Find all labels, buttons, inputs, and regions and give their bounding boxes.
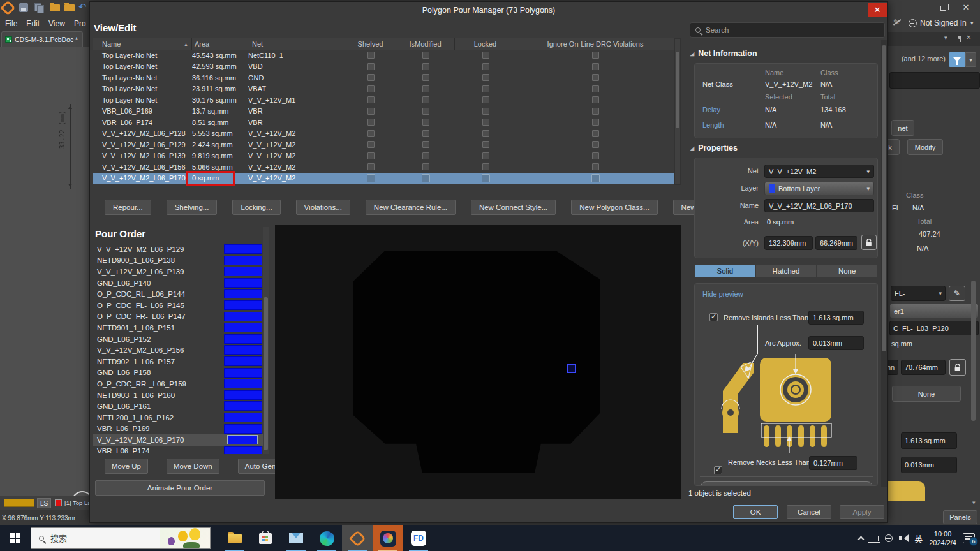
properties-header[interactable]: ◢ Properties xyxy=(690,143,738,152)
row-checkbox[interactable] xyxy=(482,119,489,126)
row-checkbox[interactable] xyxy=(422,141,429,148)
net-dropdown[interactable]: V_V_+12V_M2▾ xyxy=(764,165,874,178)
menu-project[interactable]: Pro xyxy=(74,19,86,28)
table-row[interactable]: Top Layer-No Net23.911 sq.mmVBAT xyxy=(93,84,674,95)
undo-icon[interactable]: ↶ xyxy=(78,2,87,11)
net-information-header[interactable]: ◢ Net Information xyxy=(690,49,757,58)
bg-layer-dropdown[interactable]: er1▾ xyxy=(889,304,979,318)
tab-solid[interactable]: Solid xyxy=(695,265,756,277)
bg-x-field-tail[interactable]: nn xyxy=(888,360,898,375)
copy-icon[interactable] xyxy=(34,3,43,12)
menu-edit[interactable]: Edit xyxy=(26,19,40,28)
filter-button[interactable] xyxy=(949,52,965,67)
row-checkbox[interactable] xyxy=(422,85,429,92)
bg-panel-scrollbar[interactable] xyxy=(971,281,976,421)
dialog-close-button[interactable]: ✕ xyxy=(868,3,887,17)
remove-necks-checkbox[interactable] xyxy=(714,466,722,474)
volume-muted-icon[interactable]: ✕ xyxy=(899,534,908,542)
open-project-icon[interactable] xyxy=(64,2,75,11)
pour-order-item[interactable]: O_P_CDC_RL-_L06_P144 xyxy=(93,288,263,300)
row-checkbox[interactable] xyxy=(592,152,599,159)
row-checkbox[interactable] xyxy=(482,163,489,170)
row-checkbox[interactable] xyxy=(368,130,375,137)
pour-order-item[interactable]: NETD901_1_L06_P151 xyxy=(93,322,263,334)
menu-view[interactable]: View xyxy=(48,19,65,28)
row-checkbox[interactable] xyxy=(482,130,489,137)
bg-arc-field[interactable]: 0.013mm xyxy=(901,457,957,473)
input-language[interactable]: 英 xyxy=(914,533,923,545)
pour-order-item[interactable]: V_V_+12V_M2_L06_P129 xyxy=(93,244,263,255)
minimize-icon[interactable]: – xyxy=(912,3,925,12)
row-checkbox[interactable] xyxy=(422,74,429,81)
scope-input[interactable] xyxy=(889,72,980,89)
delay-link[interactable]: Delay xyxy=(702,106,720,114)
row-checkbox[interactable] xyxy=(422,163,429,170)
top-layer-swatch[interactable] xyxy=(55,499,62,506)
pour-order-item[interactable]: O_P_CDC_FL-_L06_P145 xyxy=(93,300,263,311)
new-clearance-rule-button[interactable]: New Clearance Rule... xyxy=(366,200,456,215)
pour-order-item[interactable]: V_V_+12V_M2_L06_P139 xyxy=(93,266,263,277)
row-checkbox[interactable] xyxy=(482,174,490,182)
pour-order-item[interactable]: VBR_L06_P169 xyxy=(93,423,263,435)
sign-in-status[interactable]: Not Signed In xyxy=(920,18,967,27)
row-checkbox[interactable] xyxy=(592,119,599,126)
move-down-button[interactable]: Move Down xyxy=(167,459,219,474)
bg-lock-icon[interactable] xyxy=(949,359,966,376)
pour-order-item[interactable]: NETD903_1_L06_P160 xyxy=(93,390,263,401)
table-row[interactable]: VBR_L06_P16913.7 sq.mmVBR xyxy=(93,106,674,117)
row-checkbox[interactable] xyxy=(368,108,375,115)
mask-button-tail[interactable]: k xyxy=(888,139,900,155)
remove-islands-checkbox[interactable] xyxy=(709,313,718,321)
row-checkbox[interactable] xyxy=(368,141,375,148)
taskbar-edge[interactable] xyxy=(311,525,342,551)
restore-icon[interactable] xyxy=(940,6,946,11)
row-checkbox[interactable] xyxy=(592,52,599,59)
column-net[interactable]: Net xyxy=(248,38,345,50)
search-highlight-image[interactable] xyxy=(160,528,210,549)
length-link[interactable]: Length xyxy=(702,121,724,129)
search-input[interactable] xyxy=(704,26,879,34)
pour-order-item[interactable]: O_P_CDC_FR-_L06_P147 xyxy=(93,311,263,323)
row-checkbox[interactable] xyxy=(482,141,489,148)
row-checkbox[interactable] xyxy=(368,119,375,126)
animate-pour-order-button[interactable]: Animate Pour Order xyxy=(95,480,265,496)
sign-in-caret-icon[interactable]: ▾ xyxy=(970,20,974,26)
violations-button[interactable]: Violations... xyxy=(296,200,350,215)
row-checkbox[interactable] xyxy=(482,152,489,159)
pour-order-item[interactable]: GND_L06_P152 xyxy=(93,334,263,345)
menu-file[interactable]: File xyxy=(5,19,17,28)
close-window-icon[interactable]: ✕ xyxy=(960,3,972,12)
xy-lock-icon[interactable] xyxy=(861,235,877,250)
row-checkbox[interactable] xyxy=(368,96,375,103)
bg-islands-field[interactable]: 1.613 sq.mm xyxy=(901,432,957,449)
row-checkbox[interactable] xyxy=(592,74,599,81)
network-icon[interactable] xyxy=(885,534,893,542)
pour-order-item[interactable]: GND_L06_P158 xyxy=(93,367,263,379)
table-scrollbar[interactable] xyxy=(674,38,681,185)
clock[interactable]: 10:00 2024/2/4 xyxy=(929,529,956,547)
open-folder-icon[interactable] xyxy=(50,2,60,11)
taskbar-store[interactable] xyxy=(250,525,281,551)
pour-order-scrollbar-thumb[interactable] xyxy=(264,297,268,450)
column-locked[interactable]: Locked xyxy=(455,38,516,50)
repour-button[interactable]: Repour... xyxy=(105,200,151,215)
device-icon[interactable] xyxy=(870,536,879,541)
table-scrollbar-thumb[interactable] xyxy=(676,52,679,128)
filter-dropdown-icon[interactable]: ▾ xyxy=(965,52,976,67)
row-checkbox[interactable] xyxy=(482,85,489,92)
row-checkbox[interactable] xyxy=(482,74,489,81)
table-row[interactable]: Top Layer-No Net45.543 sq.mmNetC110_1 xyxy=(93,50,674,61)
new-polygon-class-button[interactable]: New Polygon Class... xyxy=(571,200,657,215)
row-checkbox[interactable] xyxy=(592,96,599,103)
panel-dropdown-icon[interactable]: ▾ xyxy=(944,34,947,41)
taskbar-altium[interactable] xyxy=(342,525,373,551)
row-checkbox[interactable] xyxy=(482,52,489,59)
panel-close-icon[interactable]: ✕ xyxy=(966,34,971,41)
row-checkbox[interactable] xyxy=(482,96,489,103)
ok-button[interactable]: OK xyxy=(733,505,778,519)
hide-preview-link[interactable]: Hide preview xyxy=(702,290,743,298)
apply-button[interactable]: Apply xyxy=(840,505,884,519)
table-row[interactable]: Top Layer-No Net42.593 sq.mmVBD xyxy=(93,61,674,73)
pour-order-item[interactable]: NETD900_1_L06_P138 xyxy=(93,255,263,267)
row-checkbox[interactable] xyxy=(422,96,429,103)
